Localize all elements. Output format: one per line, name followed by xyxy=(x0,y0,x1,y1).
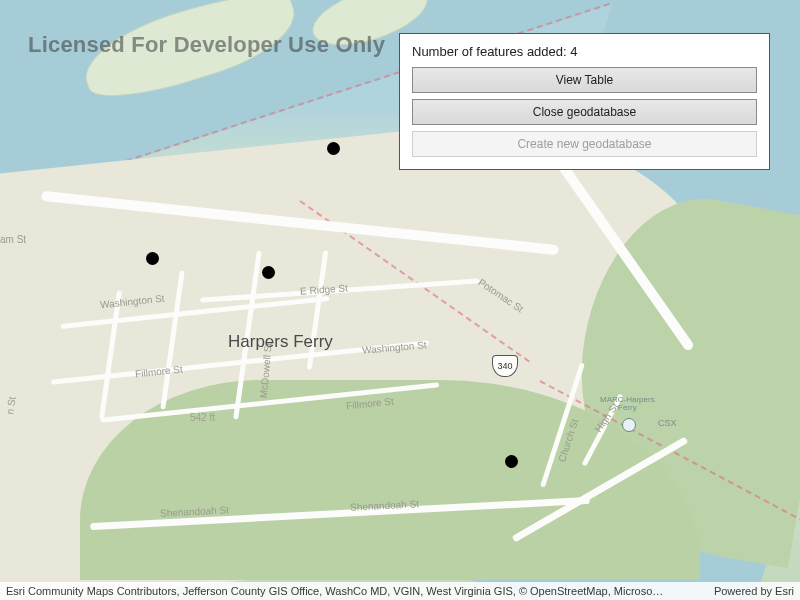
status-prefix: Number of features added: xyxy=(412,44,570,59)
attribution-bar: Esri Community Maps Contributors, Jeffer… xyxy=(0,582,800,600)
feature-point[interactable] xyxy=(505,455,518,468)
create-geodatabase-button: Create new geodatabase xyxy=(412,131,757,157)
map-canvas[interactable]: Washington St Washington St Fillmore St … xyxy=(0,0,800,600)
control-panel: Number of features added: 4 View Table C… xyxy=(399,33,770,170)
feature-count-status: Number of features added: 4 xyxy=(412,44,757,59)
close-geodatabase-button[interactable]: Close geodatabase xyxy=(412,99,757,125)
view-table-button[interactable]: View Table xyxy=(412,67,757,93)
rail-label: CSX xyxy=(658,418,677,428)
transit-icon xyxy=(622,418,636,432)
elevation-label: 542 ft xyxy=(190,412,215,423)
feature-point[interactable] xyxy=(262,266,275,279)
feature-point[interactable] xyxy=(146,252,159,265)
powered-by-label: Powered by Esri xyxy=(714,585,794,597)
city-label: Harpers Ferry xyxy=(228,332,333,352)
transit-label-line: Ferry xyxy=(618,403,637,412)
transit-label: MARC-Harpers Ferry xyxy=(600,396,655,412)
attribution-text: Esri Community Maps Contributors, Jeffer… xyxy=(6,585,663,597)
status-count: 4 xyxy=(570,44,577,59)
feature-point[interactable] xyxy=(327,142,340,155)
license-watermark: Licensed For Developer Use Only xyxy=(28,32,385,58)
street-label: am St xyxy=(0,234,26,245)
